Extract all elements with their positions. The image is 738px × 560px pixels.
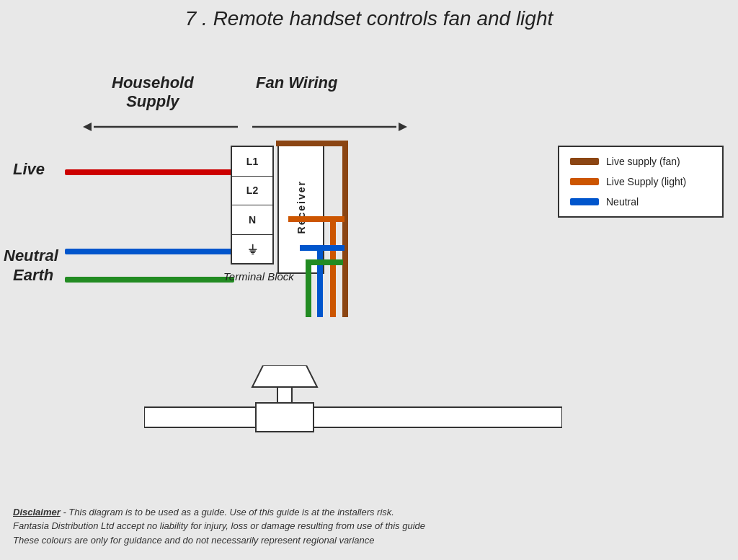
legend-label-light: Live Supply (light) [606, 176, 686, 187]
svg-rect-5 [276, 141, 348, 146]
legend-swatch-blue [570, 198, 599, 205]
svg-rect-14 [311, 259, 343, 265]
diagram-area: HouseholdSupply Fan Wiring Live Neutral … [0, 34, 738, 524]
page-title: 7 . Remote handset controls fan and ligh… [0, 0, 738, 34]
legend-label-neutral: Neutral [606, 196, 639, 208]
fan-mount-svg [144, 365, 562, 459]
svg-rect-8 [288, 216, 344, 222]
wire-neutral-blue [65, 249, 234, 254]
earth-label: Earth [13, 266, 53, 285]
legend-box: Live supply (fan) Live Supply (light) Ne… [558, 146, 724, 218]
svg-marker-1 [83, 123, 92, 131]
disclaimer-line2: Fantasia Distribution Ltd accept no liab… [13, 519, 725, 533]
svg-rect-9 [330, 216, 336, 317]
wire-earth-green [65, 277, 234, 283]
page: 7 . Remote handset controls fan and ligh… [0, 0, 738, 560]
svg-rect-18 [144, 407, 562, 427]
neutral-label: Neutral [4, 246, 58, 265]
fan-wiring-label: Fan Wiring [256, 74, 337, 92]
legend-item-neutral: Neutral [570, 196, 711, 208]
household-label: HouseholdSupply [112, 74, 194, 112]
svg-rect-12 [317, 245, 323, 317]
arrow-left-icon [83, 119, 238, 135]
svg-rect-6 [342, 141, 348, 317]
arrow-right-icon [252, 119, 407, 135]
terminal-n: N [232, 205, 272, 235]
terminal-block: L1 L2 N ⏚ [231, 146, 274, 265]
svg-rect-19 [256, 403, 314, 432]
terminal-l2: L2 [232, 177, 272, 206]
disclaimer: Disclaimer - This diagram is to be used … [13, 505, 725, 548]
svg-rect-15 [306, 259, 311, 317]
legend-swatch-brown [570, 158, 599, 165]
legend-swatch-orange [570, 178, 599, 185]
disclaimer-line1: Disclaimer - This diagram is to be used … [13, 505, 725, 520]
terminal-earth: ⏚ [232, 235, 272, 264]
terminal-l1: L1 [232, 147, 272, 177]
legend-item-light: Live Supply (light) [570, 176, 711, 187]
legend-label-fan: Live supply (fan) [606, 156, 680, 167]
wire-live-red [65, 169, 234, 175]
disclaimer-line3: These colours are only for guidance and … [13, 533, 725, 548]
live-label: Live [13, 160, 45, 179]
svg-marker-3 [399, 123, 407, 131]
legend-item-fan: Live supply (fan) [570, 156, 711, 167]
svg-marker-16 [252, 365, 317, 387]
